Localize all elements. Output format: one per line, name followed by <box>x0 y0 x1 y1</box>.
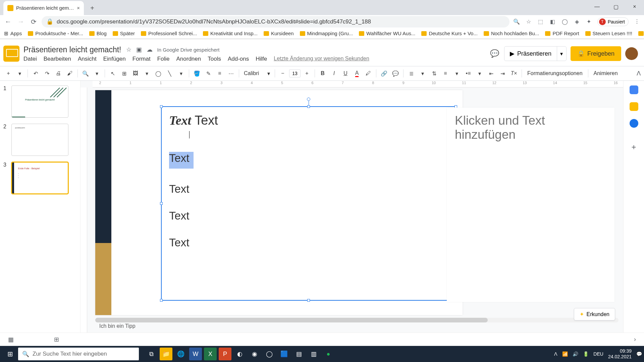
keep-icon[interactable] <box>630 102 638 111</box>
extension-icon[interactable]: ⬚ <box>537 18 544 25</box>
app-icon[interactable]: ◐ <box>233 348 246 360</box>
slides-logo-icon[interactable] <box>3 46 19 62</box>
border-dash-button[interactable]: ⋯ <box>226 68 236 78</box>
present-button[interactable]: ▶Präsentieren ▾ <box>504 46 567 61</box>
menu-slide[interactable]: Folie <box>157 56 170 62</box>
close-window-button[interactable]: × <box>625 0 644 13</box>
bookmark-item[interactable]: Mindmapping (Gru... <box>300 31 353 36</box>
bookmark-item[interactable]: Kursideen <box>264 31 294 36</box>
bookmark-item[interactable]: Später <box>113 31 135 36</box>
resize-handle[interactable] <box>307 105 310 108</box>
menu-file[interactable]: Datei <box>23 56 37 62</box>
format-options-button[interactable]: Formatierungsoptionen <box>525 70 585 76</box>
slide-canvas[interactable]: TextText Text Text Text Text <box>95 90 463 315</box>
border-color-button[interactable]: ✎ <box>203 68 213 78</box>
volume-icon[interactable]: 🔊 <box>573 351 578 357</box>
extension-icon-3[interactable]: ◯ <box>561 18 569 25</box>
explorer-icon[interactable]: 📁 <box>160 348 172 360</box>
text-color-button[interactable]: A <box>352 68 362 78</box>
bookmark-item[interactable]: Wahlfächer WU Aus... <box>359 31 415 36</box>
scrollbar-thumb[interactable] <box>95 318 488 322</box>
slide-thumbnail-1[interactable]: Präsentieren leicht gemacht! <box>11 85 68 118</box>
resize-handle[interactable] <box>307 299 310 302</box>
app-icon-2[interactable]: ▤ <box>292 348 305 360</box>
powerpoint-icon[interactable]: P <box>219 348 231 360</box>
text-box-selected[interactable]: TextText Text Text Text Text <box>161 106 456 301</box>
wifi-icon[interactable]: 📶 <box>562 351 568 357</box>
account-avatar[interactable] <box>625 47 638 60</box>
menu-addons[interactable]: Add-ons <box>228 56 249 62</box>
battery-icon[interactable]: 🔋 <box>583 351 589 357</box>
tray-chevron-icon[interactable]: ᐱ <box>554 351 557 357</box>
star-icon[interactable]: ☆ <box>525 18 532 25</box>
rotate-handle[interactable] <box>307 98 310 101</box>
indent-decrease-button[interactable]: ⇤ <box>486 68 496 78</box>
bullet-list-button[interactable]: •≡ <box>463 68 473 78</box>
numbered-list-button[interactable]: ≡ <box>440 68 450 78</box>
reload-button[interactable]: ⟳ <box>29 17 38 26</box>
bookmark-item[interactable]: Kreativität und Insp... <box>203 31 258 36</box>
notepad-icon[interactable]: ▥ <box>307 348 320 360</box>
bookmark-item[interactable]: Steuern Videos wic... <box>638 31 644 36</box>
star-icon[interactable]: ☆ <box>126 46 131 53</box>
zoom-icon[interactable]: 🔍 <box>513 18 520 25</box>
animate-button[interactable]: Animieren <box>591 70 621 76</box>
move-folder-icon[interactable]: ▣ <box>136 46 142 53</box>
collapse-toolbar-icon[interactable]: ᐱ <box>637 70 641 77</box>
zoom-button[interactable]: 🔍 <box>80 68 91 78</box>
start-button[interactable]: ⊞ <box>2 346 18 362</box>
menu-help[interactable]: Hilfe <box>256 56 267 62</box>
extension-icon-2[interactable]: ◧ <box>549 18 556 25</box>
align-dropdown[interactable]: ▾ <box>418 68 428 78</box>
print-button[interactable]: 🖨 <box>53 68 63 78</box>
paint-format-button[interactable]: 🖌 <box>65 68 75 78</box>
redo-button[interactable]: ↷ <box>42 68 52 78</box>
extensions-menu-icon[interactable]: ✦ <box>585 18 593 25</box>
line-spacing-button[interactable]: ⇅ <box>429 68 439 78</box>
image-dropdown[interactable]: ▾ <box>142 68 152 78</box>
slide-thumbnail-3[interactable]: Erste Folie - Beispiel ••• <box>11 162 68 194</box>
speaker-notes[interactable]: Klicken und Text hinzufügen <box>447 108 614 302</box>
resize-handle[interactable] <box>160 299 163 302</box>
resize-handle[interactable] <box>160 202 163 205</box>
grid-view-icon[interactable]: ⊞ <box>54 336 59 343</box>
italic-button[interactable]: I <box>329 68 339 78</box>
close-icon[interactable]: × <box>77 5 80 11</box>
border-weight-button[interactable]: ≡ <box>215 68 225 78</box>
bookmark-item[interactable]: PDF Report <box>545 31 579 36</box>
line-tool[interactable]: ╲ <box>165 68 175 78</box>
text-content[interactable]: TextText Text Text Text Text <box>162 107 455 255</box>
horizontal-scrollbar[interactable] <box>95 318 619 322</box>
new-slide-button[interactable]: + <box>3 68 13 78</box>
minimize-button[interactable]: — <box>588 0 606 13</box>
new-slide-dropdown[interactable]: ▾ <box>15 68 25 78</box>
menu-arrange[interactable]: Anordnen <box>176 56 201 62</box>
calendar-icon[interactable] <box>630 85 638 94</box>
present-dropdown[interactable]: ▾ <box>557 47 566 61</box>
add-sidepanel-icon[interactable]: + <box>631 142 636 152</box>
edge-icon-2[interactable]: 🟦 <box>278 348 290 360</box>
menu-icon[interactable]: ⋮ <box>633 18 641 25</box>
indent-increase-button[interactable]: ⇥ <box>497 68 507 78</box>
menu-insert[interactable]: Einfügen <box>103 56 126 62</box>
comments-icon[interactable]: 💬 <box>489 48 500 59</box>
chrome-icon[interactable]: ◯ <box>263 348 276 360</box>
tasks-icon[interactable] <box>630 119 638 128</box>
forward-button[interactable]: → <box>16 17 25 26</box>
fill-color-button[interactable]: 🪣 <box>192 68 202 78</box>
bookmark-item[interactable]: Produktsuche - Mer... <box>28 31 83 36</box>
url-field[interactable]: 🔒 docs.google.com/presentation/d/1yV372S… <box>42 16 509 27</box>
apps-button[interactable]: ⊞Apps <box>4 31 22 37</box>
zoom-dropdown[interactable]: ▾ <box>92 68 102 78</box>
share-button[interactable]: 🔒 Freigeben <box>571 46 621 61</box>
font-size-decrease[interactable]: − <box>278 68 288 78</box>
shape-tool[interactable]: ◯ <box>153 68 163 78</box>
menu-view[interactable]: Ansicht <box>78 56 97 62</box>
menu-format[interactable]: Format <box>132 56 151 62</box>
numbered-dropdown[interactable]: ▾ <box>452 68 462 78</box>
font-select[interactable]: Calibri▾ <box>242 70 272 77</box>
vertical-ruler[interactable] <box>80 87 87 333</box>
font-size-input[interactable]: 13 <box>289 69 301 77</box>
bullet-dropdown[interactable]: ▾ <box>475 68 485 78</box>
image-tool[interactable]: 🖼 <box>130 68 141 78</box>
